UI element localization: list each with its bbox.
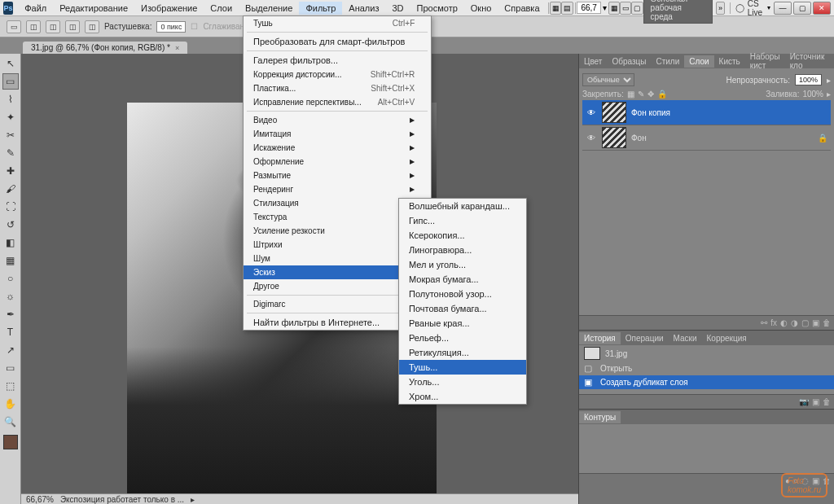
filter-group-item[interactable]: Искажение▶ (244, 141, 431, 155)
filter-liquify[interactable]: Пластика...Shift+Ctrl+X (244, 81, 431, 95)
zoom-display[interactable]: 66,7 (577, 2, 600, 14)
filter-group-item[interactable]: Оформление▶ (244, 155, 431, 169)
menu-edit[interactable]: Редактирование (53, 2, 134, 15)
visibility-icon[interactable]: 👁 (586, 132, 597, 143)
menu-file[interactable]: Файл (18, 2, 53, 15)
eraser-tool[interactable]: ◧ (2, 234, 19, 251)
lock-transparency-icon[interactable]: ▦ (627, 90, 634, 99)
brush-tool[interactable]: 🖌 (2, 181, 19, 197)
layer-thumbnail[interactable] (602, 127, 626, 148)
history-row[interactable]: ▢ Открыть (579, 362, 834, 375)
pen-tool[interactable]: ✒ (2, 306, 19, 322)
blur-tool[interactable]: ○ (2, 270, 19, 287)
cs-live-icon[interactable]: ◯ (735, 3, 744, 12)
sketch-item[interactable]: Мокрая бумага... (399, 272, 526, 287)
lock-all-icon[interactable]: 🔒 (657, 90, 667, 99)
tab-layers[interactable]: Слои (684, 55, 713, 68)
fill-input[interactable]: 100% (802, 90, 823, 99)
view-extras-icon[interactable]: ▦ (608, 2, 620, 15)
tab-color[interactable]: Цвет (579, 55, 607, 68)
path-tool[interactable]: ↗ (2, 342, 19, 358)
close-button[interactable]: ✕ (813, 2, 831, 15)
filter-group-item[interactable]: Видео▶ (244, 113, 431, 127)
menu-select[interactable]: Выделение (239, 2, 299, 15)
close-tab-icon[interactable]: × (175, 44, 179, 52)
tab-actions[interactable]: Операции (621, 332, 669, 344)
history-row[interactable]: ▣ Создать дубликат слоя (579, 375, 834, 389)
sketch-item[interactable]: Волшебный карандаш... (399, 199, 526, 213)
visibility-icon[interactable]: 👁 (586, 107, 597, 118)
sketch-item[interactable]: Гипс... (399, 213, 526, 228)
layer-thumbnail[interactable] (602, 102, 626, 123)
blend-mode-select[interactable]: Обычные (582, 73, 634, 86)
menu-help[interactable]: Справка (498, 2, 546, 15)
tab-adjustments[interactable]: Коррекция (702, 332, 752, 344)
filter-group-item[interactable]: Размытие▶ (244, 169, 431, 182)
menu-layers[interactable]: Слои (204, 2, 239, 15)
sketch-item[interactable]: Хром... (399, 389, 526, 404)
new-layer-icon[interactable]: ▣ (812, 318, 819, 327)
filter-group-item[interactable]: Имитация▶ (244, 127, 431, 141)
tab-paths[interactable]: Контуры (579, 411, 621, 423)
opacity-input[interactable]: 100% (795, 74, 822, 85)
delete-icon[interactable]: 🗑 (823, 318, 831, 327)
menu-view[interactable]: Просмотр (410, 2, 464, 15)
sketch-item[interactable]: Мел и уголь... (399, 257, 526, 272)
sketch-item[interactable]: Полутоновой узор... (399, 287, 526, 301)
new-snapshot-icon[interactable]: 📷 (799, 397, 809, 406)
menu-image[interactable]: Изображение (134, 2, 204, 15)
sketch-item[interactable]: Ретикуляция... (399, 345, 526, 360)
dodge-tool[interactable]: ☼ (2, 288, 19, 305)
boolean-add-icon[interactable]: ◫ (46, 20, 60, 33)
workspace-more-icon[interactable]: » (716, 2, 725, 15)
layer-row[interactable]: 👁 Фон копия (582, 100, 831, 125)
status-zoom[interactable]: 66,67% (26, 495, 54, 504)
hand-tool[interactable]: ✋ (2, 396, 19, 412)
type-tool[interactable]: T (2, 324, 19, 340)
foreground-color-swatch[interactable] (3, 435, 18, 449)
menu-3d[interactable]: 3D (385, 2, 410, 15)
filter-convert-smart[interactable]: Преобразовать для смарт-фильтров (244, 34, 431, 49)
filter-group-item[interactable]: Рендеринг▶ (244, 182, 431, 196)
screen-mode-icon[interactable]: ▢ (631, 2, 643, 15)
mask-icon[interactable]: ◐ (780, 318, 788, 327)
bridge-icon[interactable]: ▦ (550, 2, 561, 15)
filter-gallery[interactable]: Галерея фильтров... (244, 53, 431, 68)
fx-icon[interactable]: fx (770, 318, 777, 327)
mini-bridge-icon[interactable]: ▤ (561, 2, 573, 15)
sketch-item[interactable]: Линогравюра... (399, 243, 526, 257)
lasso-tool[interactable]: ⌇ (2, 91, 19, 107)
tab-history[interactable]: История (579, 332, 621, 344)
menu-filter[interactable]: Фильтр (299, 2, 342, 15)
cs-live-label[interactable]: CS Live (748, 0, 764, 17)
group-icon[interactable]: ▢ (801, 318, 809, 327)
marquee-shape-icon[interactable]: ◫ (26, 20, 41, 33)
layer-name[interactable]: Фон копия (631, 108, 827, 117)
arrange-icon[interactable]: ▭ (620, 2, 631, 15)
crop-tool[interactable]: ✂ (2, 127, 19, 143)
shape-tool[interactable]: ▭ (2, 360, 19, 376)
boolean-sub-icon[interactable]: ◫ (65, 20, 80, 33)
menu-analysis[interactable]: Анализ (342, 2, 385, 15)
layer-name[interactable]: Фон (631, 134, 813, 142)
workspace-switcher[interactable]: Основная рабочая среда (643, 0, 713, 24)
move-tool[interactable]: ↖ (2, 55, 19, 72)
history-source-row[interactable]: 31.jpg (579, 345, 834, 362)
filter-vanishing-point[interactable]: Исправление перспективы...Alt+Ctrl+V (244, 95, 431, 109)
layer-row[interactable]: 👁 Фон 🔒 (582, 125, 831, 151)
lock-position-icon[interactable]: ✥ (647, 90, 654, 99)
sketch-item[interactable]: Ксерокопия... (399, 228, 526, 243)
wand-tool[interactable]: ✦ (2, 109, 19, 125)
lock-pixels-icon[interactable]: ✎ (638, 90, 644, 99)
3d-tool[interactable]: ⬚ (2, 378, 19, 394)
sketch-item[interactable]: Рельеф... (399, 331, 526, 345)
tab-masks[interactable]: Маски (669, 332, 702, 344)
minimize-button[interactable]: — (774, 2, 792, 15)
sketch-item[interactable]: Почтовая бумага... (399, 301, 526, 316)
boolean-intersect-icon[interactable]: ◫ (85, 20, 99, 33)
tab-brush[interactable]: Кисть (714, 55, 745, 68)
filter-lens-correction[interactable]: Коррекция дисторсии...Shift+Ctrl+R (244, 68, 431, 81)
tool-preset-icon[interactable]: ▭ (7, 20, 21, 33)
tab-swatches[interactable]: Образцы (607, 55, 651, 68)
sketch-item[interactable]: Рваные края... (399, 316, 526, 331)
